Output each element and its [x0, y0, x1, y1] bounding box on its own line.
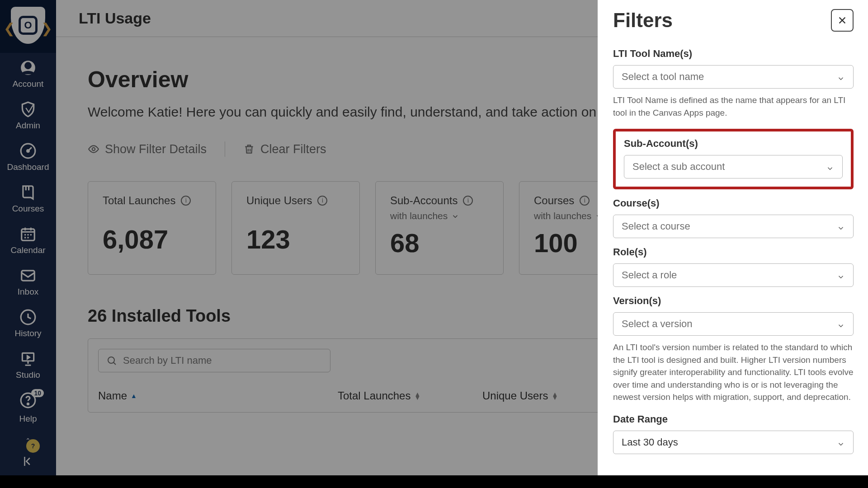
svg-point-9: [27, 403, 28, 404]
card-total-launches: Total Launchesi 6,087: [88, 181, 216, 275]
filter-role: Role(s) Select a role: [613, 246, 854, 287]
presentation-icon: [19, 350, 37, 367]
sort-icon: ▲▼: [414, 392, 420, 399]
nav-calendar-label: Calendar: [10, 245, 45, 255]
help-bubble-icon: ?: [26, 439, 40, 453]
book-icon: [19, 184, 37, 201]
global-nav: O ❯❯ Account Admin Dashboard Courses Cal…: [0, 0, 56, 475]
lti-tool-help: LTI Tool Name is defined as the name tha…: [613, 94, 854, 119]
lti-tool-select[interactable]: Select a tool name: [613, 65, 854, 89]
date-range-select[interactable]: Last 30 days: [613, 431, 854, 454]
filter-date-range: Date Range Last 30 days: [613, 413, 854, 454]
chevron-down-icon: [837, 439, 845, 447]
sub-account-select[interactable]: Select a sub account: [624, 155, 843, 178]
chevron-down-icon: [837, 223, 845, 231]
nav-courses[interactable]: Courses: [0, 178, 56, 219]
chevron-down-icon: [837, 321, 845, 329]
svg-rect-5: [22, 271, 35, 281]
info-icon[interactable]: i: [580, 196, 590, 206]
tool-search-input[interactable]: [98, 349, 330, 372]
calendar-icon: [19, 225, 37, 243]
nav-dashboard-label: Dashboard: [7, 162, 49, 172]
divider: [225, 141, 225, 157]
svg-point-11: [108, 357, 114, 363]
nav-help[interactable]: 10 Help: [0, 385, 56, 429]
help-badge: 10: [31, 389, 44, 397]
filters-panel: Filters LTI Tool Name(s) Select a tool n…: [598, 0, 868, 475]
nav-inbox-label: Inbox: [18, 287, 38, 297]
nav-help-label: Help: [19, 414, 37, 424]
shield-icon: [19, 101, 37, 118]
collapse-sidebar-button[interactable]: [0, 451, 56, 472]
nav-account[interactable]: Account: [0, 53, 56, 94]
nav-studio-label: Studio: [16, 370, 40, 380]
info-icon[interactable]: i: [317, 196, 327, 206]
filter-lti-tool: LTI Tool Name(s) Select a tool name LTI …: [613, 48, 854, 119]
unique-users-value: 123: [246, 224, 345, 254]
info-icon[interactable]: i: [181, 196, 191, 206]
nav-calendar[interactable]: Calendar: [0, 219, 56, 261]
chevron-down-icon: [837, 272, 845, 280]
card-unique-users: Unique Usersi 123: [231, 181, 360, 275]
nav-admin[interactable]: Admin: [0, 94, 56, 136]
clock-icon: [19, 309, 37, 326]
version-select[interactable]: Select a version: [613, 312, 854, 336]
svg-point-1: [25, 63, 31, 69]
clear-filters-button[interactable]: Clear Filters: [243, 142, 326, 156]
nav-history[interactable]: History: [0, 302, 56, 344]
close-filters-button[interactable]: [831, 9, 854, 32]
nav-dashboard[interactable]: Dashboard: [0, 136, 56, 178]
sub-accounts-filter[interactable]: with launches: [390, 211, 489, 221]
svg-point-10: [92, 148, 95, 151]
col-name[interactable]: Name ▲: [98, 389, 338, 402]
chevron-down-icon: [837, 74, 845, 82]
collapse-icon: [21, 455, 35, 468]
version-help: An LTI tool's version number is related …: [613, 341, 854, 404]
card-sub-accounts: Sub-Accountsi with launches 68: [375, 181, 504, 275]
filter-version: Version(s) Select a version An LTI tool'…: [613, 295, 854, 404]
nav-history-label: History: [14, 328, 41, 338]
total-launches-value: 6,087: [103, 224, 201, 254]
nav-admin-label: Admin: [16, 121, 40, 131]
filter-course: Course(s) Select a course: [613, 197, 854, 238]
chevron-down-icon: [451, 212, 459, 220]
sub-accounts-value: 68: [390, 228, 489, 258]
sort-asc-icon: ▲: [131, 394, 137, 398]
role-select[interactable]: Select a role: [613, 263, 854, 287]
nav-inbox[interactable]: Inbox: [0, 261, 56, 302]
sidebar-mini-toggle[interactable]: ⌃⌃ ?: [14, 438, 42, 448]
eye-icon: [88, 143, 99, 155]
info-icon[interactable]: i: [463, 196, 473, 206]
search-icon: [106, 355, 117, 366]
trash-icon: [243, 143, 255, 155]
filters-title: Filters: [613, 9, 673, 32]
sort-icon: ▲▼: [552, 392, 558, 399]
course-select[interactable]: Select a course: [613, 215, 854, 238]
show-filter-details-button[interactable]: Show Filter Details: [88, 142, 207, 156]
nav-studio[interactable]: Studio: [0, 344, 56, 385]
user-circle-icon: [19, 59, 37, 76]
col-total-launches[interactable]: Total Launches ▲▼: [338, 389, 482, 402]
nav-account-label: Account: [13, 79, 44, 89]
gauge-icon: [19, 142, 37, 160]
svg-point-3: [27, 150, 29, 152]
chevron-down-icon: [826, 164, 834, 172]
close-icon: [837, 15, 847, 25]
app-logo[interactable]: O ❯❯: [0, 0, 56, 53]
nav-courses-label: Courses: [12, 204, 44, 214]
inbox-icon: [19, 267, 37, 284]
filter-sub-account-highlighted: Sub-Account(s) Select a sub account: [613, 129, 854, 189]
page-title: LTI Usage: [79, 9, 151, 27]
